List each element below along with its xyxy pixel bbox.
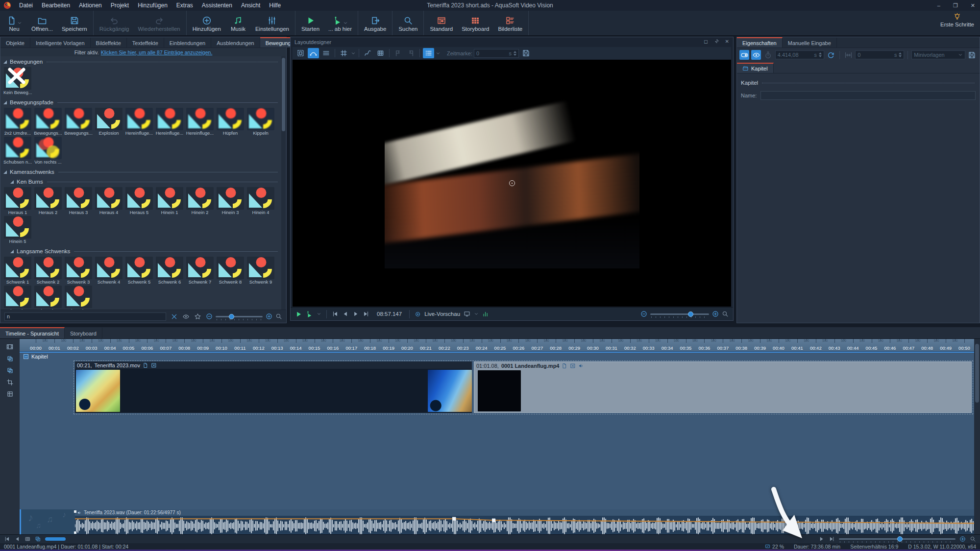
menu-aktionen[interactable]: Aktionen	[74, 0, 106, 11]
timeline-clip-teneriffa[interactable]: 00:21, Teneriffa 2023.mov	[75, 361, 472, 413]
clip-resize-handle[interactable]	[74, 531, 76, 534]
tab-objekte[interactable]: Objekte	[0, 37, 30, 48]
offset-field[interactable]: 0 s	[855, 50, 904, 59]
preset-schwenk-9[interactable]: Schwenk 9	[246, 257, 275, 285]
toolbar-wiederherstellen[interactable]: Wiederherstellen	[133, 11, 184, 35]
zoom-slider-handle[interactable]	[229, 314, 234, 319]
clip-resize-handle[interactable]	[74, 510, 76, 513]
list-icon[interactable]	[423, 48, 434, 58]
rows-view-icon[interactable]	[320, 48, 332, 58]
tab-storyboard[interactable]: Storyboard	[65, 327, 102, 338]
zoom-in-icon[interactable]	[959, 536, 966, 542]
chevron-down-icon[interactable]	[17, 21, 22, 25]
zoom-slider-handle[interactable]	[897, 536, 903, 542]
toggle-active-icon[interactable]	[739, 50, 749, 60]
play-from-here-icon[interactable]	[306, 311, 313, 318]
preset-schwenk-4[interactable]: Schwenk 4	[95, 257, 123, 285]
film-icon[interactable]	[6, 343, 14, 351]
magnifier-icon[interactable]	[275, 313, 282, 320]
panel-pin-icon[interactable]	[714, 39, 719, 44]
layers-icon[interactable]	[35, 536, 41, 542]
preset-kippeln[interactable]: Kippeln	[246, 108, 275, 136]
toolbar-standard[interactable]: Standard	[425, 11, 457, 35]
audio-clip-teneriffa-wav[interactable]: Teneriffa 2023.wav (Dauer: 01:22:56/4977…	[75, 509, 974, 535]
preset-von-rechts[interactable]: Von rechts ...	[34, 137, 62, 165]
preset-schwenk-10[interactable]: Schwenk 10	[3, 286, 32, 310]
preset-heraus-5[interactable]: Heraus 5	[125, 187, 153, 216]
timeline-clip-landeanflug[interactable]: 01:01.08, 0001 Landeanflug.mp4	[474, 361, 972, 413]
preset-schwenk-8[interactable]: Schwenk 8	[216, 257, 245, 285]
zoom-slider[interactable]	[216, 316, 263, 317]
toolbox-scrollbar[interactable]	[281, 56, 286, 310]
filter-reset-link[interactable]: Klicken Sie hier, um alle 87 Einträge an…	[101, 49, 213, 55]
zoom-slider[interactable]	[650, 313, 709, 315]
menu-assistenten[interactable]: Assistenten	[197, 0, 237, 11]
timer-icon[interactable]	[763, 50, 773, 60]
toolbar-neu[interactable]: Neu	[1, 11, 27, 35]
panel-close-icon[interactable]: ✕	[725, 39, 729, 44]
tab-texteffekte[interactable]: Texteffekte	[127, 37, 164, 48]
copy-icon[interactable]	[6, 367, 14, 374]
step-forward-icon[interactable]	[352, 311, 359, 317]
monitor-icon[interactable]	[464, 311, 470, 317]
minitemplates-select[interactable]: Minivorlagen	[911, 50, 965, 59]
preset-schwenk-3[interactable]: Schwenk 3	[64, 257, 93, 285]
tab-bildeffekte[interactable]: Bildeffekte	[91, 37, 127, 48]
toolbar-speichern[interactable]: Speichern	[57, 11, 92, 35]
menu-hinzufügen[interactable]: Hinzufügen	[133, 0, 172, 11]
stepper-icon[interactable]	[899, 52, 902, 57]
tab-manuelle-eingabe[interactable]: Manuelle Eingabe	[783, 37, 837, 48]
stepper-icon[interactable]	[819, 52, 822, 57]
menu-datei[interactable]: Datei	[15, 0, 37, 11]
chevron-down-icon[interactable]	[351, 51, 356, 56]
save-view-icon[interactable]	[520, 48, 532, 58]
preset-hinein-4[interactable]: Hinein 4	[246, 187, 275, 216]
zoom-out-icon[interactable]	[640, 311, 647, 317]
motion-path-icon[interactable]	[308, 48, 319, 58]
menu-extras[interactable]: Extras	[172, 0, 197, 11]
document-icon[interactable]	[143, 362, 148, 368]
preset-schwenk-1[interactable]: Schwenk 1	[3, 257, 32, 285]
collapse-track-icon[interactable]: –	[24, 354, 28, 359]
preset-heraus-4[interactable]: Heraus 4	[95, 187, 123, 216]
selection-frame-icon[interactable]	[295, 48, 306, 58]
toolbar-starten[interactable]: Starten	[297, 11, 324, 35]
preset-heraus-2[interactable]: Heraus 2	[34, 187, 62, 216]
toolbar-suchen[interactable]: Suchen	[394, 11, 422, 35]
frame-icon[interactable]	[6, 390, 14, 398]
preview-canvas[interactable]	[293, 60, 731, 307]
zeitmarke-field[interactable]: 0 s	[474, 49, 519, 58]
preset-hereinfluge[interactable]: Hereinfluge...	[186, 108, 214, 136]
zoom-in-icon[interactable]	[712, 311, 719, 317]
panel-maximize-icon[interactable]: ◻	[704, 39, 708, 44]
menu-projekt[interactable]: Projekt	[106, 0, 133, 11]
magnifier-icon[interactable]	[970, 536, 976, 542]
zoom-in-icon[interactable]	[266, 313, 272, 320]
preset-schwenk-5[interactable]: Schwenk 5	[125, 257, 153, 285]
chapter-name-input[interactable]	[760, 91, 976, 100]
preset-schubsen-n[interactable]: Schubsen n...	[3, 137, 32, 165]
crop-grid-icon[interactable]	[375, 48, 386, 58]
preset-schwenk-6[interactable]: Schwenk 6	[155, 257, 184, 285]
menu-bearbeiten[interactable]: Bearbeiten	[37, 0, 74, 11]
duration-field[interactable]: 4.414,08 s	[775, 50, 824, 59]
chevron-down-icon[interactable]	[343, 21, 348, 25]
close-icon[interactable]: ✕	[971, 2, 975, 9]
toolbar-öffnen[interactable]: Öffnen...	[27, 11, 57, 35]
toolbar-ausgabe[interactable]: Ausgabe	[360, 11, 391, 35]
curve-icon[interactable]	[362, 48, 373, 58]
section-header-kameraschwenks[interactable]: Kameraschwenks	[3, 168, 279, 176]
visibility-eye-icon[interactable]	[751, 50, 761, 60]
toolbar-rückgängig[interactable]: Rückgängig	[95, 11, 134, 35]
track-height-slider[interactable]	[45, 537, 66, 541]
preset-schwenk-12[interactable]: Schwenk 12	[64, 286, 93, 310]
tab-ausblendungen[interactable]: Ausblendungen	[211, 37, 260, 48]
preset-hinein-3[interactable]: Hinein 3	[216, 187, 245, 216]
timeline-zoom-slider[interactable]	[839, 538, 956, 540]
skip-start-icon[interactable]	[4, 536, 10, 542]
timeline-scrollbar[interactable]	[974, 339, 980, 534]
tab-timeline-spuransicht[interactable]: Timeline - Spuransicht	[0, 327, 65, 338]
tab-kapitel[interactable]: Kapitel	[737, 63, 774, 73]
section-header-bewegungspfade[interactable]: Bewegungspfade	[3, 98, 279, 107]
favorites-star-icon[interactable]	[194, 313, 201, 320]
